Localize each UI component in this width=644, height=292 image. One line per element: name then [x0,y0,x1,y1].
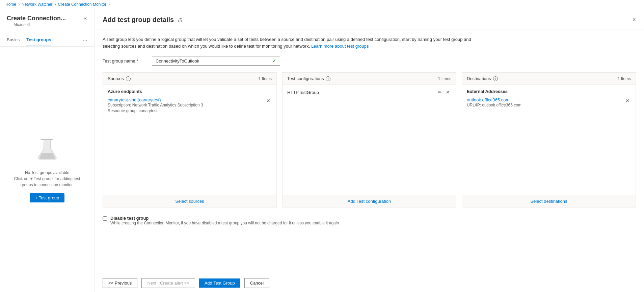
test-configurations-column: Test configurations i 1 Items HTTPTestGr… [282,72,456,208]
add-test-configuration-button[interactable]: Add Test configuration [348,199,391,204]
remove-destination-button[interactable]: ✕ [624,97,631,104]
select-sources-button[interactable]: Select sources [175,199,204,204]
more-options-button[interactable]: ··· [83,37,87,43]
collapse-button[interactable]: « [83,15,87,22]
remove-test-config-button[interactable]: ✕ [445,89,451,96]
cancel-button[interactable]: Cancel [244,278,269,288]
close-button[interactable]: × [632,16,636,23]
description-text: A Test group lets you define a logical g… [103,36,474,49]
destination-link[interactable]: outlook.office365.com [467,97,509,102]
tab-basics[interactable]: Basics [7,34,20,46]
main-panel: Add test group details 🖨 × A Test group … [95,9,644,292]
panel-content: A Test group lets you define a logical g… [95,29,644,274]
add-test-group-button[interactable]: Add Test Group [199,278,240,288]
learn-more-link[interactable]: Learn more about test groups [311,44,369,49]
sources-count: 1 Items [259,76,272,81]
check-icon: ✓ [272,58,276,64]
destinations-column: Destinations i 1 Items External Addresse… [462,72,636,208]
sources-section-label: Azure endpoints [108,89,272,94]
test-group-name-field-row: Test group name * ✓ [103,56,636,66]
test-config-footer: Add Test configuration [283,195,456,207]
destination-sub1: URL/IP: outlook.office365.com [467,102,521,108]
breadcrumb-create-connection-monitor[interactable]: Create Connection Monitor [58,2,106,7]
breadcrumb-home[interactable]: Home [5,2,16,7]
remove-source-button[interactable]: ✕ [265,97,272,104]
add-test-group-sidebar-button[interactable]: + Test group [30,193,65,202]
source-vnet-link[interactable]: canarytest-vnet(canarytest) [108,97,161,102]
destinations-info-icon[interactable]: i [493,76,498,81]
disable-label[interactable]: Disable test group [110,216,149,221]
sidebar-body: No Test groups availableClick on '+ Test… [0,47,94,292]
destinations-section-label: External Addresses [467,89,631,94]
sidebar-title: Create Connection... Microsoft [7,15,66,32]
test-group-name-input-wrapper: ✓ [152,56,280,66]
disable-desc: While creating the Connection Monitor, i… [110,221,339,225]
nav-tabs: Basics Test groups ··· [0,34,94,47]
sources-column: Sources i 1 Items Azure endpoints canary… [103,72,277,208]
destinations-count: 1 Items [618,76,631,81]
test-config-item-row: HTTPTestGroup ✏ ✕ [287,89,451,96]
test-config-actions: ✏ ✕ [436,89,451,96]
columns-container: Sources i 1 Items Azure endpoints canary… [103,72,636,208]
sources-column-header: Sources i 1 Items [103,73,276,85]
breadcrumb: Home › Network Watcher › Create Connecti… [0,0,644,9]
panel-title: Add test group details 🖨 [103,16,182,24]
sidebar: Create Connection... Microsoft « Basics … [0,9,95,292]
sources-body: Azure endpoints canarytest-vnet(canaryte… [103,85,276,195]
sidebar-empty-text: No Test groups availableClick on '+ Test… [14,170,80,188]
test-config-column-header: Test configurations i 1 Items [283,73,456,85]
source-item-details: canarytest-vnet(canarytest) Subscription… [108,97,203,114]
test-config-name: HTTPTestGroup [287,90,319,95]
disable-test-group-row: Disable test group While creating the Co… [103,214,636,225]
flask-icon [34,136,61,164]
disable-test-group-checkbox[interactable] [103,216,107,221]
disable-text: Disable test group While creating the Co… [110,216,339,225]
destination-item-details: outlook.office365.com URL/IP: outlook.of… [467,97,521,108]
destinations-footer: Select destinations [462,195,636,207]
print-button[interactable]: 🖨 [177,17,182,23]
sources-title: Sources i [108,76,131,81]
breadcrumb-network-watcher[interactable]: Network Watcher [22,2,53,7]
tab-test-groups[interactable]: Test groups [26,34,51,46]
test-config-body: HTTPTestGroup ✏ ✕ [283,85,456,195]
test-config-count: 1 Items [438,76,451,81]
sources-info-icon[interactable]: i [126,76,131,81]
test-config-title: Test configurations i [287,76,330,81]
destinations-body: External Addresses outlook.office365.com… [462,85,636,195]
svg-rect-0 [41,139,53,140]
footer: << Previous Next : Create alert >> Add T… [95,274,644,292]
next-button[interactable]: Next : Create alert >> [141,278,195,288]
select-destinations-button[interactable]: Select destinations [530,199,567,204]
panel-header: Add test group details 🖨 × [95,9,644,29]
destinations-title: Destinations i [467,76,498,81]
test-group-name-input[interactable] [156,58,270,64]
edit-test-config-button[interactable]: ✏ [436,89,443,96]
test-config-info-icon[interactable]: i [326,76,330,81]
source-sub2: Resource group: canarytest [108,108,203,114]
destination-item-row: outlook.office365.com URL/IP: outlook.of… [467,97,631,108]
test-group-name-label: Test group name * [103,58,146,64]
sources-footer: Select sources [103,195,276,207]
source-item-row: canarytest-vnet(canarytest) Subscription… [108,97,272,114]
source-sub1: Subscription: Network Traffic Analytics … [108,102,203,108]
destinations-column-header: Destinations i 1 Items [462,73,636,85]
previous-button[interactable]: << Previous [103,278,137,288]
sidebar-header: Create Connection... Microsoft « [0,9,94,34]
